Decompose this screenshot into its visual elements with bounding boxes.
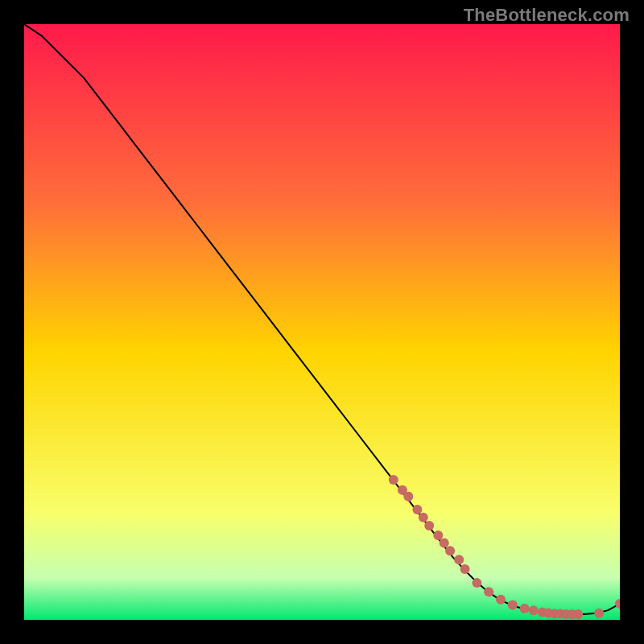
watermark-text: TheBottleneck.com xyxy=(464,5,630,26)
data-point xyxy=(529,605,539,615)
chart-svg xyxy=(24,24,620,620)
data-point xyxy=(440,539,449,548)
data-point xyxy=(403,492,413,502)
data-point xyxy=(445,546,455,555)
data-point xyxy=(573,609,583,619)
data-point xyxy=(484,587,493,597)
bottleneck-curve xyxy=(24,24,620,614)
data-point xyxy=(460,564,470,574)
data-point xyxy=(520,604,530,613)
data-point xyxy=(496,595,506,605)
data-point xyxy=(615,599,620,609)
data-point xyxy=(594,609,604,618)
data-point xyxy=(454,555,464,564)
data-point xyxy=(389,475,398,485)
data-point xyxy=(424,521,434,530)
chart-frame: { "watermark": "TheBottleneck.com", "col… xyxy=(0,0,644,644)
data-point xyxy=(419,513,428,522)
scatter-group xyxy=(389,475,620,619)
data-point xyxy=(412,505,422,514)
data-point xyxy=(433,530,443,540)
data-point xyxy=(472,578,481,588)
plot-area xyxy=(24,24,620,620)
data-point xyxy=(508,601,518,610)
